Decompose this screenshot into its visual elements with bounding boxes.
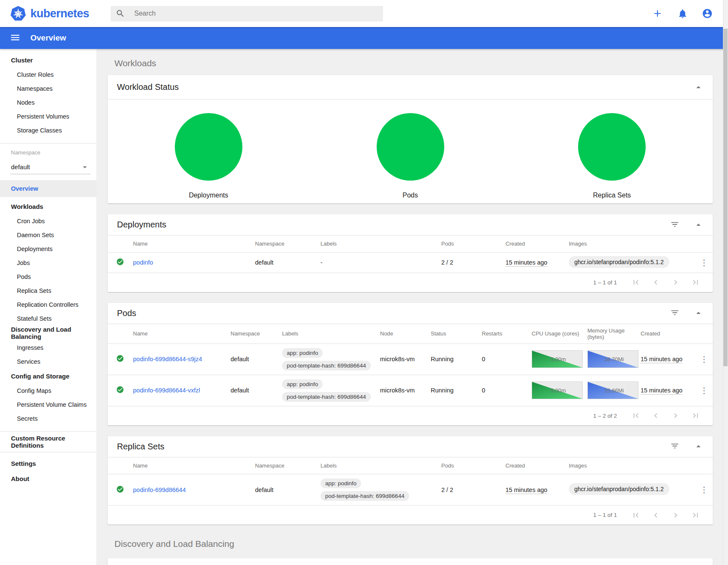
last-page-button[interactable] <box>691 411 700 420</box>
account-button[interactable] <box>702 8 713 19</box>
sidebar-item-about[interactable]: About <box>0 471 96 486</box>
search-bar[interactable] <box>111 6 383 22</box>
pods-table: Name Namespace Labels Node Status Restar… <box>108 324 713 406</box>
sidebar-item-config-maps[interactable]: Config Maps <box>0 384 96 397</box>
sidebar-divider <box>0 452 96 452</box>
namespace-select[interactable]: default <box>10 160 90 174</box>
chevron-left-icon <box>651 411 660 420</box>
filter-button[interactable] <box>670 220 680 230</box>
hamburger-menu-button[interactable] <box>9 32 21 44</box>
sidebar-item-settings[interactable]: Settings <box>0 456 96 471</box>
sidebar-item-pods[interactable]: Pods <box>0 270 96 284</box>
sidebar-item-storage-classes[interactable]: Storage Classes <box>0 123 96 137</box>
sidebar-item-nodes[interactable]: Nodes <box>0 95 96 109</box>
filter-button[interactable] <box>670 441 680 451</box>
sidebar-item-cluster-roles[interactable]: Cluster Roles <box>0 68 96 81</box>
cell-namespace: default <box>255 252 321 273</box>
label-chip: pod-template-hash: 699d86644 <box>282 392 371 402</box>
col-header-node: Node <box>380 324 431 344</box>
services-card: Services <box>108 558 713 565</box>
collapse-card-button[interactable] <box>693 82 704 92</box>
sidebar-item-daemon-sets[interactable]: Daemon Sets <box>0 228 96 242</box>
row-actions-button[interactable]: ⋮ <box>698 386 711 395</box>
sidebar-item-services[interactable]: Services <box>0 354 96 368</box>
sidebar-item-persistent-volumes[interactable]: Persistent Volumes <box>0 109 96 123</box>
sidebar-item-cron-jobs[interactable]: Cron Jobs <box>0 214 96 228</box>
sidebar-header-config-storage[interactable]: Config and Storage <box>0 368 96 384</box>
deployments-card: Deployments Name Namespace Labels Pods <box>108 214 713 292</box>
row-actions-button[interactable]: ⋮ <box>698 258 711 268</box>
first-page-button[interactable] <box>631 278 641 287</box>
kubernetes-brand[interactable]: kubernetes <box>10 5 107 22</box>
sidebar-item-secrets[interactable]: Secrets <box>0 411 96 425</box>
sidebar-item-deployments[interactable]: Deployments <box>0 242 96 256</box>
col-header-labels: Labels <box>321 235 441 252</box>
last-page-button[interactable] <box>691 278 700 287</box>
cell-status: Running <box>431 375 482 406</box>
previous-page-button[interactable] <box>651 511 660 520</box>
plus-icon <box>652 8 663 19</box>
chevron-right-icon <box>671 278 680 287</box>
row-actions-button[interactable]: ⋮ <box>698 354 711 364</box>
bell-icon <box>677 8 688 19</box>
col-header-cpu-usage: CPU Usage (cores) <box>532 324 587 344</box>
collapse-card-button[interactable] <box>693 220 704 230</box>
cell-labels: - <box>321 252 441 273</box>
deployment-link[interactable]: podinfo <box>133 259 153 266</box>
sidebar-header-workloads[interactable]: Workloads <box>0 199 96 214</box>
first-page-icon <box>631 511 641 520</box>
sidebar-item-stateful-sets[interactable]: Stateful Sets <box>0 311 96 325</box>
sidebar-item-ingresses[interactable]: Ingresses <box>0 341 96 354</box>
next-page-button[interactable] <box>671 411 680 420</box>
label-chip: pod-template-hash: 699d86644 <box>282 361 371 370</box>
table-row: podinfo-699d86644-s9jz4 default app: pod… <box>108 343 713 375</box>
namespace-label: Namespace <box>0 149 96 156</box>
filter-button[interactable] <box>670 308 680 318</box>
sidebar-divider <box>0 431 96 432</box>
first-page-button[interactable] <box>631 511 641 520</box>
scrollbar-thumb[interactable] <box>723 29 728 366</box>
pod-link[interactable]: podinfo-699d86644-vxfzl <box>133 387 200 394</box>
replica-set-link[interactable]: podinfo-699d86644 <box>133 487 186 493</box>
sidebar-header-cluster[interactable]: Cluster <box>0 52 96 68</box>
col-header-pods: Pods <box>441 457 505 474</box>
col-header-status: Status <box>431 324 482 344</box>
previous-page-button[interactable] <box>651 278 660 287</box>
notifications-button[interactable] <box>677 8 688 19</box>
sidebar-item-namespaces[interactable]: Namespaces <box>0 81 96 95</box>
collapse-card-button[interactable] <box>693 441 704 451</box>
chevron-down-icon <box>80 162 90 172</box>
next-page-button[interactable] <box>671 511 680 520</box>
search-input[interactable] <box>134 10 378 17</box>
previous-page-button[interactable] <box>651 411 660 420</box>
pod-link[interactable]: podinfo-699d86644-s9jz4 <box>133 356 202 362</box>
first-page-icon <box>631 411 641 420</box>
section-title-workloads: Workloads <box>114 58 713 68</box>
replica-sets-status-pie[interactable] <box>578 113 646 181</box>
row-actions-button[interactable]: ⋮ <box>698 485 711 495</box>
last-page-button[interactable] <box>691 511 700 520</box>
search-icon <box>116 9 125 18</box>
cpu-usage-sparkline: 5.00m <box>532 381 583 399</box>
cell-pods: 2 / 2 <box>441 252 505 273</box>
collapse-card-button[interactable] <box>693 308 704 318</box>
sidebar-item-replica-sets[interactable]: Replica Sets <box>0 284 96 297</box>
sidebar-item-persistent-volume-claims[interactable]: Persistent Volume Claims <box>0 397 96 411</box>
col-header-created: Created <box>641 324 698 344</box>
cell-node: microk8s-vm <box>380 375 431 406</box>
sidebar-header-discovery[interactable]: Discovery and Load Balancing <box>0 325 96 341</box>
sidebar-item-jobs[interactable]: Jobs <box>0 256 96 270</box>
cell-restarts: 0 <box>482 343 532 375</box>
next-page-button[interactable] <box>671 278 680 287</box>
pods-status-pie[interactable] <box>377 113 444 181</box>
sidebar-item-custom-resource-definitions[interactable]: Custom Resource Definitions <box>0 434 96 449</box>
page-scrollbar[interactable] <box>723 0 728 565</box>
sidebar-item-replication-controllers[interactable]: Replication Controllers <box>0 297 96 311</box>
create-resource-button[interactable] <box>652 8 663 19</box>
memory-usage-sparkline: 16.70Mi <box>587 350 638 368</box>
deployments-status-pie[interactable] <box>175 113 242 181</box>
top-header: kubernetes <box>0 0 728 27</box>
first-page-button[interactable] <box>631 411 641 420</box>
sidebar-item-overview[interactable]: Overview <box>0 180 96 197</box>
cpu-usage-sparkline: 5.00m <box>532 350 583 368</box>
